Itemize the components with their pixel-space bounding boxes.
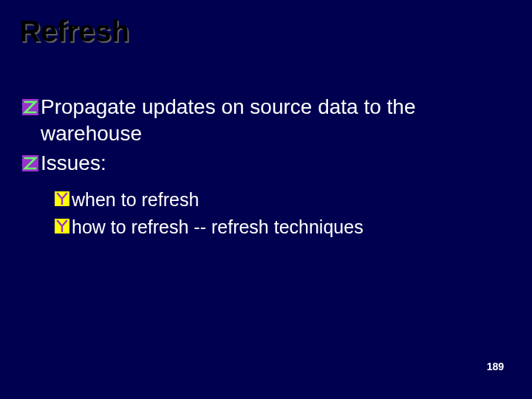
list-item-text: when to refresh xyxy=(72,188,511,212)
list-item: how to refresh -- refresh techniques xyxy=(55,215,511,239)
page-number: 189 xyxy=(487,361,504,372)
list-item-text: Propagate updates on source data to the … xyxy=(41,94,511,147)
y-bullet-icon xyxy=(55,191,69,206)
z-bullet-icon xyxy=(22,99,38,115)
list-item-text: how to refresh -- refresh techniques xyxy=(72,215,511,239)
list-item: when to refresh xyxy=(55,188,511,212)
slide-title: Refresh xyxy=(19,15,511,48)
list-item-text: Issues: xyxy=(41,150,511,177)
slide: Refresh Propagate updates on source data… xyxy=(0,0,532,399)
bullet-list-level1: Propagate updates on source data to the … xyxy=(22,94,511,176)
z-bullet-icon xyxy=(22,155,38,171)
y-bullet-icon xyxy=(55,219,69,233)
bullet-list-level2: when to refresh how to refresh -- refres… xyxy=(55,188,511,239)
list-item: Issues: xyxy=(22,150,511,177)
list-item: Propagate updates on source data to the … xyxy=(22,94,511,147)
